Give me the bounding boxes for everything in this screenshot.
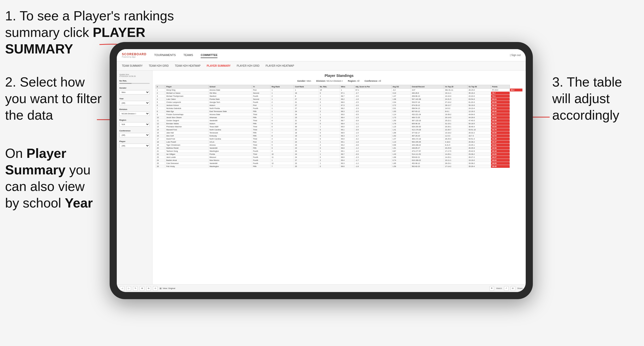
- cell-18-0: 19: [156, 144, 165, 147]
- cell-24-2: Vanderbilt: [208, 162, 252, 165]
- cell-14-4: 7: [271, 131, 294, 134]
- toolbar-refresh-btn[interactable]: ↻: [133, 286, 138, 291]
- cell-12-2: Texas A&M: [208, 125, 252, 128]
- cell-14-13: 40.55: [491, 131, 510, 134]
- cell-19-0: 20: [156, 147, 165, 150]
- cell-6-9: 2.01: [391, 107, 411, 110]
- cell-2-0: 3: [156, 95, 165, 98]
- nav-sign-out[interactable]: | Sign out: [510, 54, 521, 57]
- cell-5-13: 58.18: [491, 104, 510, 107]
- cell-23-5: 27: [294, 159, 319, 162]
- cell-9-3: Fifth: [252, 116, 271, 119]
- nav-teams[interactable]: TEAMS: [183, 52, 193, 58]
- cell-15-1: Alex Goff: [165, 134, 208, 137]
- table-row: 11Gordon SargentVanderbiltThird421068.7-…: [156, 119, 523, 122]
- cell-23-6: 2: [319, 159, 340, 162]
- player-select[interactable]: (All): [119, 144, 150, 148]
- cell-2-1: Michael Thorbjornsen: [165, 95, 208, 98]
- cell-21-4: 10: [271, 153, 294, 156]
- toolbar-view-label: ▤ View: Original: [160, 287, 175, 289]
- nav-tournaments[interactable]: TOURNAMENTS: [154, 52, 176, 58]
- sub-nav-team-h2h-heatmap[interactable]: TEAM H2H HEATMAP: [175, 64, 201, 67]
- cell-7-6: 2: [319, 110, 340, 113]
- sidebar-no-rds: No Rds.: [119, 80, 150, 84]
- sub-nav-team-summary[interactable]: TEAM SUMMARY: [122, 64, 143, 67]
- cell-17-11: 4-18-0: [444, 141, 467, 144]
- cell-22-5: 24: [294, 156, 319, 159]
- conference-select[interactable]: (All): [119, 133, 150, 137]
- cell-1-9: 3.10: [391, 92, 411, 95]
- toolbar-forward-btn[interactable]: ▷: [126, 286, 131, 291]
- cell-9-1: Jacob Skov Olesen: [165, 116, 208, 119]
- table-title: Player Standings: [156, 74, 523, 78]
- cell-13-9: 1.41: [391, 128, 411, 131]
- table-row: 5Christo LamprechtGeorgia TechFourth2212…: [156, 101, 523, 104]
- cell-18-12: 24-45-1: [467, 144, 491, 147]
- cell-21-13: 40.69: [491, 153, 510, 156]
- toolbar-copy-btn[interactable]: ⧉: [146, 286, 151, 291]
- cell-17-2: UCLA: [208, 141, 252, 144]
- toolbar-info-btn[interactable]: ⊙: [153, 286, 158, 291]
- cell-17-5: 24: [294, 141, 319, 144]
- cell-5-10: 674-33-12: [411, 104, 444, 107]
- year-select[interactable]: (All): [119, 101, 150, 105]
- annotation-mid-left: 2. Select how you want to filter the dat…: [5, 74, 102, 123]
- cell-25-10: 562-82-23: [411, 165, 444, 168]
- cell-2-8: -2.0: [354, 95, 391, 98]
- cell-5-0: 6: [156, 104, 165, 107]
- sidebar-division-section: Division NCAA Division I: [119, 108, 150, 116]
- cell-6-5: 27: [294, 107, 319, 110]
- share-label[interactable]: Share: [517, 287, 523, 289]
- sub-nav-team-h2h-grid[interactable]: TEAM H2H GRID: [149, 64, 169, 67]
- cell-17-12: 26-38-2: [467, 141, 491, 144]
- cell-18-10: 429-198-22: [411, 144, 444, 147]
- watch-label[interactable]: Watch: [496, 287, 502, 289]
- cell-0-9: -3.2: [391, 89, 411, 92]
- cell-13-7: 69.1: [340, 128, 354, 131]
- table-row: 25Cole SherwoodVanderbiltFourth1223169.3…: [156, 162, 523, 165]
- cell-21-1: Ian Gilligan: [165, 153, 208, 156]
- cell-7-1: Mats Ege: [165, 110, 208, 113]
- cell-5-2: Auburn: [208, 104, 252, 107]
- cell-24-1: Cole Sherwood: [165, 162, 208, 165]
- cell-20-3: Fourth: [252, 150, 271, 153]
- no-rds-slider[interactable]: [119, 83, 150, 84]
- toolbar-grid-btn[interactable]: ⊟: [511, 286, 515, 291]
- cell-3-8: -1.6: [354, 98, 391, 101]
- toolbar-eye-btn[interactable]: 👁: [490, 286, 494, 291]
- cell-24-9: 1.65: [391, 162, 411, 165]
- cell-20-12: 25-42-9: [467, 150, 491, 153]
- cell-24-5: 23: [294, 162, 319, 165]
- cell-12-7: 69.0: [340, 125, 354, 128]
- cell-9-7: 68.4: [340, 116, 354, 119]
- cell-3-0: 4: [156, 98, 165, 101]
- cell-19-9: 1.61: [391, 147, 411, 150]
- cell-19-13: 40.98: [491, 147, 510, 150]
- cell-11-12: 50-18-5: [467, 122, 491, 125]
- toolbar-export-btn[interactable]: ↗: [504, 286, 509, 291]
- region-select[interactable]: N/A: [119, 122, 150, 127]
- filter-row: Gender: Men Division: NCAA Division I Re…: [156, 80, 523, 82]
- division-select[interactable]: NCAA Division I: [119, 112, 150, 116]
- sub-nav-player-summary[interactable]: PLAYER SUMMARY: [207, 64, 231, 67]
- cell-15-7: 68.3: [340, 134, 354, 137]
- cell-2-12: 22-22-0: [467, 95, 491, 98]
- sub-nav-player-h2h-heatmap[interactable]: PLAYER H2H HEATMAP: [266, 64, 294, 67]
- cell-3-13: 68.04: [491, 98, 510, 101]
- cell-16-11: 26-25-3: [444, 137, 467, 141]
- cell-25-9: 1.56: [391, 165, 411, 168]
- cell-5-11: 28-12-7: [444, 104, 467, 107]
- sidebar-player-section: Player (All): [119, 140, 150, 148]
- toolbar-bookmark-btn[interactable]: ⊞: [140, 286, 144, 291]
- cell-11-13: 40.36: [491, 122, 510, 125]
- cell-23-10: 616-168-22: [411, 159, 444, 162]
- sidebar-update-time: Update time:27/03/2024 16:56:26: [119, 74, 150, 77]
- toolbar-back-btn[interactable]: ◁: [120, 286, 124, 291]
- sub-nav-player-h2h-grid[interactable]: PLAYER H2H GRID: [237, 64, 260, 67]
- cell-25-3: Fifth: [252, 165, 271, 168]
- cell-22-3: Fourth: [252, 156, 271, 159]
- gender-select[interactable]: Men: [119, 90, 150, 94]
- cell-13-6: 0: [319, 128, 340, 131]
- nav-committee[interactable]: COMMITTEE: [201, 52, 217, 58]
- cell-0-11: 381-51-11: [444, 89, 467, 92]
